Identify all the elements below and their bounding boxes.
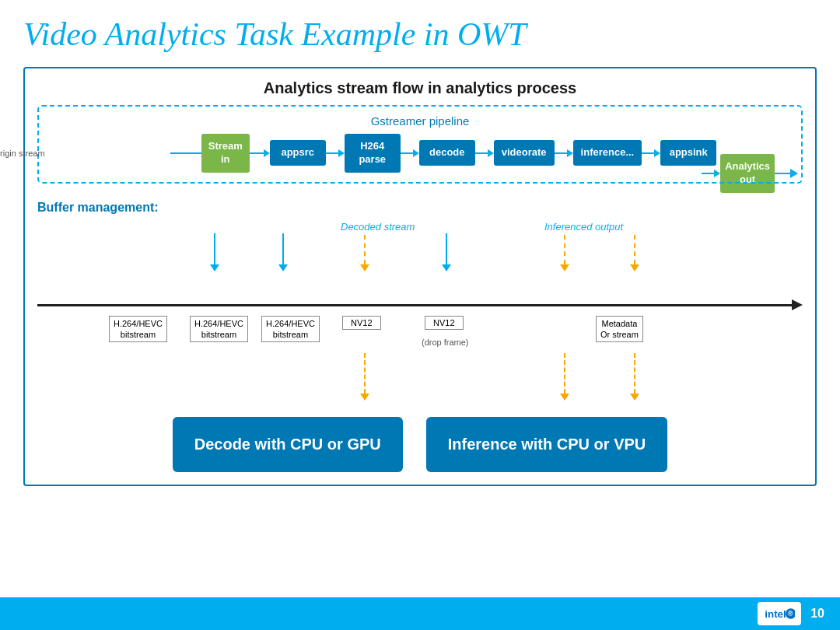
drop-frame-label: (drop frame) — [422, 338, 469, 347]
decode-bottom-box: Decode with CPU or GPU — [173, 417, 403, 472]
nv12-label-1: NV12 — [342, 316, 381, 330]
h264-label-2: H.264/HEVCbitstream — [190, 316, 248, 343]
h264parse-box: H264 parse — [345, 134, 401, 173]
appsink-box: appsink — [660, 140, 716, 166]
inferenced-output-label: Inferenced output — [544, 221, 623, 233]
footer: intel ® 10 — [0, 597, 840, 630]
metadata-label: MetadataOr stream — [596, 316, 643, 343]
intel-logo: intel ® — [758, 602, 801, 625]
origin-stream-label: origin stream — [0, 149, 45, 158]
decoded-stream-label: Decoded stream — [341, 221, 415, 233]
main-diagram-box: Analytics stream flow in analytics proce… — [23, 67, 817, 486]
page: Video Analytics Task Example in OWT Anal… — [0, 0, 840, 630]
gstreamer-label: Gstreamer pipeline — [48, 114, 792, 128]
page-title: Video Analytics Task Example in OWT — [23, 16, 817, 53]
videorate-box: videorate — [494, 140, 555, 166]
decode-box: decode — [419, 140, 475, 166]
appsrc-box: appsrc — [270, 140, 326, 166]
stream-in-box: Stream in — [201, 134, 250, 173]
inference-box: inference... — [573, 140, 642, 166]
inference-bottom-box: Inference with CPU or VPU — [426, 417, 668, 472]
page-number: 10 — [810, 607, 824, 621]
h264-label-3: H.264/HEVCbitstream — [261, 316, 320, 343]
gstreamer-box: Gstreamer pipeline origin stream Stream … — [37, 105, 803, 184]
svg-text:intel: intel — [765, 608, 786, 620]
main-box-title: Analytics stream flow in analytics proce… — [37, 79, 803, 97]
nv12-label-2: NV12 — [425, 316, 464, 330]
lower-section: Buffer management: Decoded stream Infere… — [37, 201, 803, 472]
svg-text:®: ® — [788, 610, 793, 618]
buffer-management-label: Buffer management: — [37, 201, 803, 215]
h264-label-1: H.264/HEVCbitstream — [109, 316, 167, 343]
